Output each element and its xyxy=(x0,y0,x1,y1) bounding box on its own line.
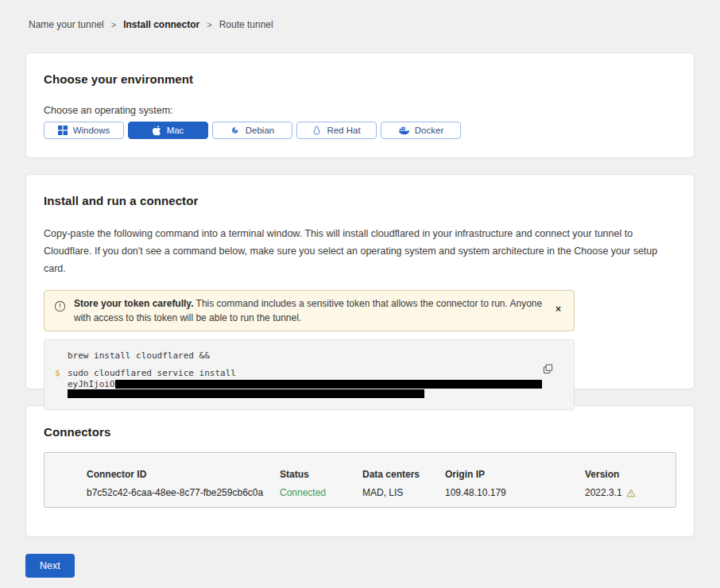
alert-circle-icon xyxy=(54,300,66,315)
connector-data-centers-value: MAD, LIS xyxy=(362,487,445,498)
os-button-label: Red Hat xyxy=(327,126,360,135)
breadcrumb: Name your tunnel > Install connector > R… xyxy=(0,0,720,30)
token-warning-text: Store your token carefully. This command… xyxy=(74,296,543,325)
column-header-data-centers: Data centers xyxy=(362,469,445,480)
debian-icon xyxy=(230,126,240,135)
column-header-status: Status xyxy=(280,469,362,480)
docker-icon xyxy=(398,126,409,135)
connector-status-value: Connected xyxy=(280,487,362,498)
breadcrumb-name-your-tunnel[interactable]: Name your tunnel xyxy=(29,19,104,30)
breadcrumb-separator: > xyxy=(111,20,116,29)
os-button-debian[interactable]: Debian xyxy=(212,122,292,139)
code-line-install: $ sudo cloudflared service install xyxy=(55,368,542,379)
redacted-token-bar xyxy=(115,380,542,389)
environment-card-title: Choose your environment xyxy=(44,72,676,86)
token-warning-banner: Store your token carefully. This command… xyxy=(44,290,575,331)
install-description: Copy-paste the following command into a … xyxy=(44,225,676,277)
connector-origin-ip-value: 109.48.10.179 xyxy=(445,487,585,498)
connector-version-value: 2022.3.1 xyxy=(585,487,660,498)
column-header-version: Version xyxy=(585,469,660,480)
os-button-docker[interactable]: Docker xyxy=(381,122,461,139)
token-warning-bold: Store your token carefully. xyxy=(74,298,194,309)
close-icon[interactable]: × xyxy=(551,301,566,317)
install-command-code-block: brew install cloudflared && $ sudo cloud… xyxy=(44,339,575,410)
os-button-windows[interactable]: Windows xyxy=(44,122,124,139)
breadcrumb-separator: > xyxy=(207,20,211,29)
os-button-label: Windows xyxy=(73,126,110,135)
code-line-brew: brew install cloudflared && xyxy=(55,350,542,362)
redhat-icon xyxy=(312,126,321,136)
os-button-label: Debian xyxy=(246,126,274,135)
install-card: Install and run a connector Copy-paste t… xyxy=(25,174,695,389)
os-select-label: Choose an operating system: xyxy=(44,105,676,116)
os-button-group: Windows Mac Debian Red Hat Docker xyxy=(44,122,676,139)
os-button-redhat[interactable]: Red Hat xyxy=(296,122,377,139)
column-header-origin-ip: Origin IP xyxy=(445,469,585,480)
connector-id-value: b7c52c42-6caa-48ee-8c77-fbe259cb6c0a xyxy=(87,487,280,498)
code-line-token: eyJhIjoiO xyxy=(55,380,542,389)
os-button-mac[interactable]: Mac xyxy=(128,122,208,139)
os-button-label: Docker xyxy=(415,126,443,135)
install-card-title: Install and run a connector xyxy=(44,194,676,207)
column-header-connector-id: Connector ID xyxy=(87,469,280,480)
windows-icon xyxy=(58,126,68,135)
os-button-label: Mac xyxy=(167,126,184,135)
shell-prompt: $ xyxy=(55,368,68,379)
connectors-table: Connector ID Status Data centers Origin … xyxy=(44,452,676,508)
breadcrumb-install-connector[interactable]: Install connector xyxy=(123,19,199,30)
breadcrumb-route-tunnel[interactable]: Route tunnel xyxy=(219,19,273,30)
connectors-card-title: Connectors xyxy=(44,425,676,439)
token-prefix: eyJhIjoiO xyxy=(68,380,115,389)
environment-card: Choose your environment Choose an operat… xyxy=(25,52,695,158)
next-button[interactable]: Next xyxy=(25,554,75,578)
apple-icon xyxy=(153,126,161,136)
connectors-card: Connectors Connector ID Status Data cent… xyxy=(25,405,695,537)
redacted-token-bar xyxy=(68,389,424,398)
copy-icon[interactable] xyxy=(541,362,555,378)
warning-triangle-icon[interactable] xyxy=(626,489,636,497)
